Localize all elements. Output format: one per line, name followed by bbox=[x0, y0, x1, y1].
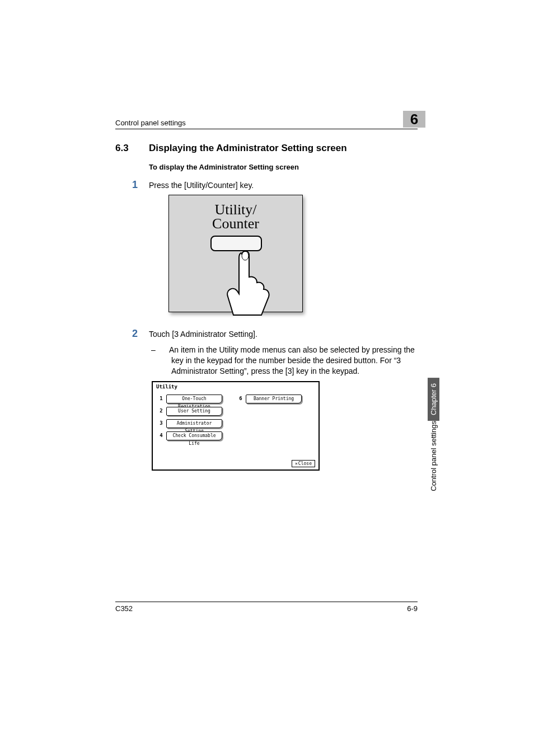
section-number: 6.3 bbox=[115, 143, 149, 154]
step-2-number: 2 bbox=[132, 328, 138, 340]
menu-banner-printing[interactable]: Banner Printing bbox=[246, 395, 302, 403]
step-1-text: Press the [Utility/Counter] key. bbox=[149, 181, 254, 190]
section-title: Displaying the Administrator Setting scr… bbox=[149, 143, 347, 153]
utility-counter-label: Utility/ Counter bbox=[169, 203, 302, 231]
pressing-finger-icon bbox=[222, 249, 278, 316]
figure-utility-screen: Utility 1 One-Touch Registration 2 User … bbox=[152, 381, 320, 471]
step-1-number: 1 bbox=[132, 179, 138, 191]
close-icon: ✕ bbox=[295, 461, 298, 466]
page-footer: C352 6-9 bbox=[115, 602, 418, 613]
utility-screen-title: Utility bbox=[156, 384, 177, 389]
menu-administrator-setting[interactable]: Administrator Setting bbox=[166, 419, 222, 428]
running-head: Control panel settings bbox=[115, 119, 186, 127]
menu-num-3: 3 bbox=[158, 420, 164, 428]
step-2-note: –An item in the Utility mode menus can a… bbox=[171, 345, 418, 377]
menu-num-4: 4 bbox=[158, 433, 164, 440]
page-body: Control panel settings 6.3Displaying the… bbox=[115, 118, 418, 476]
side-tab: Chapter 6 Control panel settings bbox=[428, 378, 440, 497]
running-head-row: Control panel settings bbox=[115, 118, 418, 129]
footer-model: C352 bbox=[115, 604, 133, 613]
side-tab-title: Control panel settings bbox=[428, 421, 439, 497]
menu-check-consumable-life[interactable]: Check Consumable Life bbox=[166, 431, 222, 440]
step-2-note-text: An item in the Utility mode menus can al… bbox=[169, 345, 415, 375]
menu-one-touch-registration[interactable]: One-Touch Registration bbox=[166, 395, 222, 403]
section-subheading: To display the Administrator Setting scr… bbox=[149, 163, 418, 171]
menu-num-1: 1 bbox=[158, 396, 164, 403]
utility-counter-label-line2: Counter bbox=[212, 215, 259, 232]
figure-utility-counter-key: Utility/ Counter bbox=[168, 195, 303, 312]
side-tab-chapter: Chapter 6 bbox=[428, 378, 439, 421]
utility-close-label: Close bbox=[298, 461, 312, 466]
note-dash-icon: – bbox=[161, 345, 169, 355]
section-heading: 6.3Displaying the Administrator Setting … bbox=[115, 143, 418, 154]
step-1: 1 Press the [Utility/Counter] key. bbox=[149, 180, 418, 190]
step-2-text: Touch [3 Administrator Setting]. bbox=[149, 330, 257, 339]
menu-num-2: 2 bbox=[158, 408, 164, 416]
menu-num-6: 6 bbox=[238, 396, 243, 403]
utility-close-button[interactable]: ✕Close bbox=[292, 460, 315, 467]
step-2: 2 Touch [3 Administrator Setting]. bbox=[149, 329, 418, 339]
footer-page-number: 6-9 bbox=[407, 604, 418, 613]
menu-user-setting[interactable]: User Setting bbox=[166, 407, 222, 416]
